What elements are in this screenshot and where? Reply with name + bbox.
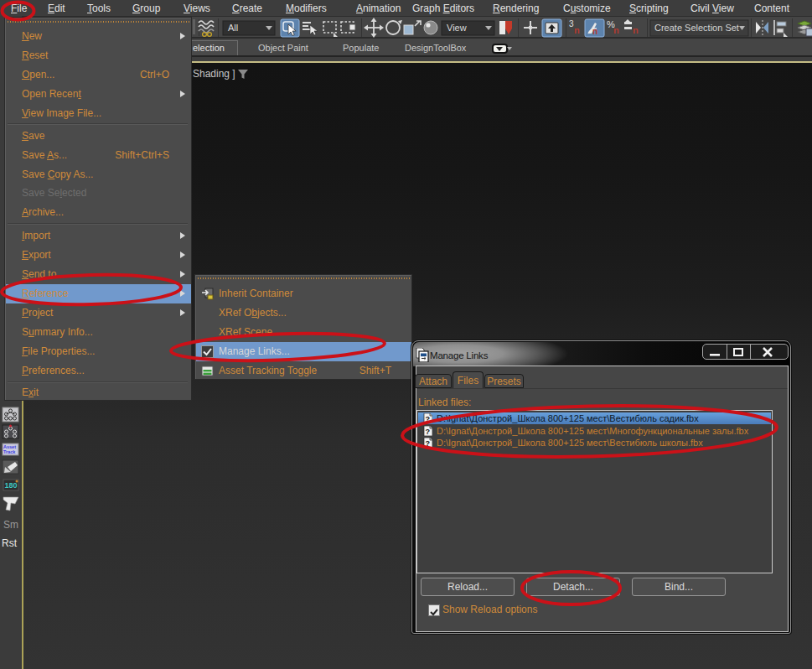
svg-text:n: n	[613, 25, 619, 35]
svg-text:n: n	[574, 25, 580, 35]
svg-text:Track: Track	[3, 449, 16, 454]
svg-text:180: 180	[5, 481, 18, 490]
svg-text:View: View	[447, 23, 467, 33]
svg-text:n: n	[633, 25, 639, 35]
svg-text:?: ?	[425, 415, 430, 423]
svg-text:Rst: Rst	[2, 537, 18, 549]
svg-text:Create Selection Set: Create Selection Set	[654, 23, 739, 33]
svg-text:Sm: Sm	[3, 519, 18, 531]
svg-text:All: All	[228, 23, 238, 33]
svg-text:?: ?	[425, 427, 430, 435]
svg-text:?: ?	[425, 438, 430, 447]
svg-text:n: n	[592, 27, 597, 36]
